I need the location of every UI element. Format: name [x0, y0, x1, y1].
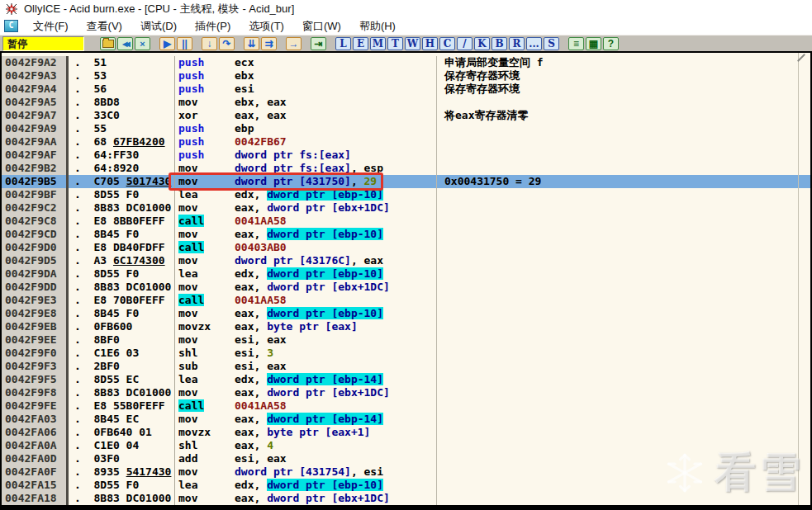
instruction-cell[interactable]: xoreax, eax	[175, 109, 437, 122]
comment-cell[interactable]	[437, 439, 810, 452]
instruction-cell[interactable]: pushebp	[175, 122, 437, 135]
appearance-button[interactable]: ▦	[586, 37, 601, 50]
view-threads-button[interactable]: T	[387, 37, 403, 50]
instruction-cell[interactable]: moveax, dword ptr [ebp-14]	[175, 413, 437, 426]
instruction-cell[interactable]: movzxeax, byte ptr [eax]	[175, 320, 437, 333]
disasm-row[interactable]: 0042F9A2. 51pushecx申请局部变量空间 f	[2, 56, 810, 69]
instruction-cell[interactable]: addesi, eax	[175, 452, 437, 465]
address-cell[interactable]: 0042FA0D	[2, 452, 69, 465]
instruction-cell[interactable]: moveax, dword ptr [ebx+1DC]	[175, 201, 437, 215]
instruction-cell[interactable]: leaedx, dword ptr [ebp-10]	[175, 267, 437, 281]
hex-bytes-cell[interactable]: . 8B45 EC	[69, 413, 175, 426]
address-cell[interactable]: 0042FA0F	[2, 465, 69, 479]
comment-cell[interactable]	[437, 333, 810, 347]
disasm-row[interactable]: 0042F9AA. 68 67FB4200push0042FB67	[2, 135, 810, 149]
comment-cell[interactable]	[437, 281, 810, 294]
address-cell[interactable]: 0042F9DD	[2, 281, 69, 294]
hex-bytes-cell[interactable]: . E8 8BB0FEFF	[69, 215, 175, 228]
disasm-row[interactable]: 0042F9CD. 8B45 F0moveax, dword ptr [ebp-…	[2, 228, 810, 241]
hex-bytes-cell[interactable]: . 8B83 DC01000	[69, 386, 175, 399]
address-cell[interactable]: 0042F9BF	[2, 188, 69, 201]
hex-bytes-cell[interactable]: . 33C0	[69, 109, 175, 122]
hex-bytes-cell[interactable]: . E8 70B0FEFF	[69, 294, 175, 307]
view-handles-button[interactable]: H	[422, 37, 438, 50]
disassembly-pane[interactable]: 0042F9A2. 51pushecx申请局部变量空间 f0042F9A3. 5…	[2, 53, 810, 505]
disasm-row[interactable]: 0042FA06. 0FB640 01movzxeax, byte ptr [e…	[2, 426, 810, 439]
view-memory-button[interactable]: M	[370, 37, 386, 50]
comment-cell[interactable]	[437, 347, 810, 360]
comment-cell[interactable]: 保存寄存器环境	[437, 69, 810, 83]
hex-bytes-cell[interactable]: . 8D55 F0	[69, 188, 175, 201]
address-cell[interactable]: 0042F9AF	[2, 149, 69, 162]
run-to-cursor-button[interactable]: →	[286, 37, 302, 50]
disasm-row[interactable]: 0042F9E3. E8 70B0FEFFcall0041AA58	[2, 294, 810, 307]
hex-bytes-cell[interactable]: . 0FB640 01	[69, 426, 175, 439]
view-patches-button[interactable]: /	[457, 37, 472, 50]
comment-cell[interactable]	[437, 386, 810, 399]
breakpoint-list-button[interactable]: ≡	[568, 37, 584, 50]
address-cell[interactable]: 0042F9D5	[2, 254, 69, 267]
step-over-button[interactable]: ↷	[219, 37, 235, 50]
comment-cell[interactable]	[437, 267, 810, 281]
hex-bytes-cell[interactable]: . 8B45 F0	[69, 307, 175, 320]
instruction-cell[interactable]: shleax, 4	[175, 439, 437, 452]
comment-cell[interactable]	[437, 254, 810, 267]
comment-cell[interactable]	[437, 149, 810, 162]
comment-cell[interactable]: 0x00431750 = 29	[437, 175, 810, 188]
disasm-row[interactable]: 0042F9D0. E8 DB40FDFFcall00403AB0	[2, 241, 810, 254]
close-program-button[interactable]: ×	[135, 37, 150, 50]
disasm-row[interactable]: 0042F9A3. 53pushebx保存寄存器环境	[2, 69, 810, 83]
address-cell[interactable]: 0042F9F5	[2, 373, 69, 386]
hex-bytes-cell[interactable]: . 8B83 DC01000	[69, 201, 175, 215]
open-file-button[interactable]	[100, 37, 116, 50]
hex-bytes-cell[interactable]: . 8B83 DC01000	[69, 281, 175, 294]
disasm-row[interactable]: 0042F9F0. C1E6 03shlesi, 3	[2, 347, 810, 360]
comment-cell[interactable]	[437, 320, 810, 333]
hex-bytes-cell[interactable]: . 8BD8	[69, 96, 175, 109]
instruction-cell[interactable]: movebx, eax	[175, 96, 437, 109]
address-cell[interactable]: 0042F9D0	[2, 241, 69, 254]
view-cpu-button[interactable]: C	[439, 37, 455, 50]
comment-cell[interactable]	[437, 413, 810, 426]
disasm-row[interactable]: 0042F9FE. E8 55B0FEFFcall0041AA58	[2, 399, 810, 413]
instruction-cell[interactable]: movzxeax, byte ptr [eax+1]	[175, 426, 437, 439]
animate-into-button[interactable]: ⇊	[244, 37, 259, 50]
instruction-cell[interactable]: moveax, dword ptr [ebp-10]	[175, 307, 437, 320]
menu-item-help[interactable]: 帮助(H)	[350, 17, 405, 35]
comment-cell[interactable]: 将eax寄存器清零	[437, 109, 810, 122]
disasm-row[interactable]: 0042FA03. 8B45 ECmoveax, dword ptr [ebp-…	[2, 413, 810, 426]
comment-cell[interactable]	[437, 96, 810, 109]
instruction-cell[interactable]: subesi, eax	[175, 360, 437, 373]
address-cell[interactable]: 0042FA18	[2, 492, 69, 505]
hex-bytes-cell[interactable]: . 68 67FB4200	[69, 135, 175, 149]
hex-bytes-cell[interactable]: . E8 DB40FDFF	[69, 241, 175, 254]
view-breakpoints-button[interactable]: B	[491, 37, 507, 50]
disasm-row[interactable]: 0042FA0A. C1E0 04shleax, 4	[2, 439, 810, 452]
menu-item-debug[interactable]: 调试(D)	[131, 17, 186, 35]
hex-bytes-cell[interactable]: . 51	[69, 56, 175, 69]
disasm-row[interactable]: 0042F9A4. 56pushesi保存寄存器环境	[2, 83, 810, 96]
disasm-row[interactable]: 0042F9EE. 8BF0movesi, eax	[2, 333, 810, 347]
comment-cell[interactable]	[437, 426, 810, 439]
instruction-cell[interactable]: push0042FB67	[175, 135, 437, 149]
address-cell[interactable]: 0042F9B2	[2, 162, 69, 175]
instruction-cell[interactable]: leaedx, dword ptr [ebp-14]	[175, 373, 437, 386]
disasm-row[interactable]: 0042F9F3. 2BF0subesi, eax	[2, 360, 810, 373]
run-button[interactable]: ▶	[159, 37, 175, 50]
instruction-cell[interactable]: movdword ptr [43176C], eax	[175, 254, 437, 267]
hex-bytes-cell[interactable]: . 0FB600	[69, 320, 175, 333]
hex-bytes-cell[interactable]: . 56	[69, 83, 175, 96]
hex-bytes-cell[interactable]: . A3 6C174300	[69, 254, 175, 267]
comment-cell[interactable]: 保存寄存器环境	[437, 83, 810, 96]
address-cell[interactable]: 0042F9F8	[2, 386, 69, 399]
hex-bytes-cell[interactable]: . 8D55 F0	[69, 479, 175, 492]
comment-cell[interactable]	[437, 465, 810, 479]
hex-bytes-cell[interactable]: . 03F0	[69, 452, 175, 465]
animate-over-button[interactable]: ⇉	[261, 37, 277, 50]
view-log-button[interactable]: L	[335, 37, 351, 50]
disasm-row[interactable]: 0042F9E8. 8B45 F0moveax, dword ptr [ebp-…	[2, 307, 810, 320]
comment-cell[interactable]	[437, 479, 810, 492]
instruction-cell[interactable]: movesi, eax	[175, 333, 437, 347]
disasm-row[interactable]: 0042F9EB. 0FB600movzxeax, byte ptr [eax]	[2, 320, 810, 333]
address-cell[interactable]: 0042F9A2	[2, 56, 69, 69]
